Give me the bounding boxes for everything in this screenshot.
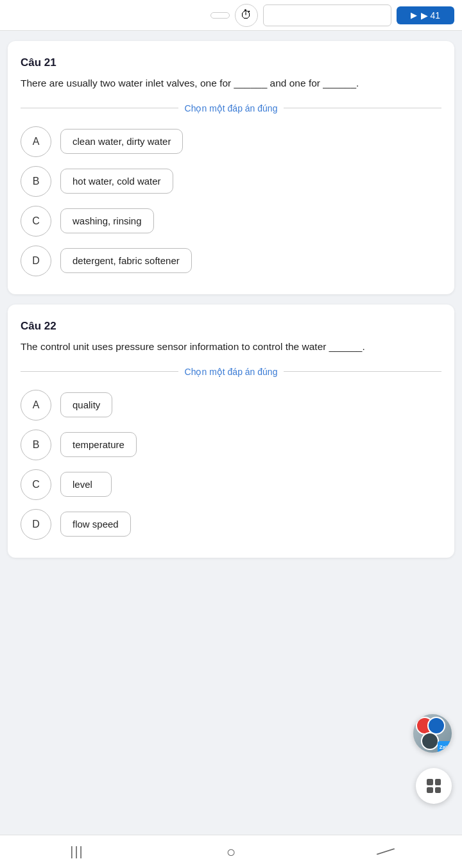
back-icon: ╱ [376, 843, 394, 861]
option-21-B-row: B hot water, cold water [21, 166, 441, 197]
bottom-nav-circle[interactable]: ○ [212, 839, 250, 865]
option-22-B-row: B temperature [21, 430, 441, 460]
question-21-text: There are usually two water inlet valves… [21, 76, 441, 92]
question-21-options: A clean water, dirty water B hot water, … [21, 126, 441, 276]
option-22-D-row: D flow speed [21, 509, 441, 540]
option-22-B-box[interactable]: temperature [60, 432, 137, 457]
question-21-divider: Chọn một đáp án đúng [21, 103, 441, 113]
option-21-D-row: D detergent, fabric softener [21, 246, 441, 276]
question-22-options: A quality B temperature C level D flow s… [21, 390, 441, 540]
top-bar-button[interactable] [210, 12, 230, 19]
option-22-D-box[interactable]: flow speed [60, 512, 131, 537]
grid-icon [427, 779, 441, 793]
bottom-nav-back[interactable]: ╱ [366, 839, 404, 865]
option-21-D-box[interactable]: detergent, fabric softener [60, 248, 192, 273]
option-22-C-circle[interactable]: C [21, 469, 51, 500]
option-21-A-circle[interactable]: A [21, 126, 51, 157]
option-22-B-circle[interactable]: B [21, 430, 51, 460]
option-22-D-circle[interactable]: D [21, 509, 51, 540]
option-22-C-row: C level [21, 469, 441, 500]
question-21-number: Câu 21 [21, 56, 441, 69]
option-22-A-box[interactable]: quality [60, 392, 112, 417]
option-22-A-row: A quality [21, 390, 441, 421]
option-21-B-box[interactable]: hot water, cold water [60, 169, 173, 194]
question-21-card: Câu 21 There are usually two water inlet… [8, 41, 454, 294]
option-22-A-circle[interactable]: A [21, 390, 51, 421]
question-22-divider: Chọn một đáp án đúng [21, 367, 441, 377]
cta-button[interactable]: ▶ ▶ 41 [397, 6, 454, 24]
zalo-float-button[interactable]: Zalo [413, 714, 452, 753]
zalo-avatar: Zalo [413, 714, 452, 753]
circle-icon: ○ [227, 843, 236, 861]
option-21-D-circle[interactable]: D [21, 246, 51, 276]
option-21-A-box[interactable]: clean water, dirty water [60, 129, 183, 154]
cta-label: ▶ 41 [421, 10, 440, 21]
grid-float-button[interactable] [416, 768, 452, 804]
option-21-B-circle[interactable]: B [21, 166, 51, 197]
option-21-C-circle[interactable]: C [21, 206, 51, 237]
timer-icon[interactable]: ⏱ [235, 4, 258, 27]
option-21-C-box[interactable]: washing, rinsing [60, 208, 154, 233]
option-21-C-row: C washing, rinsing [21, 206, 441, 237]
option-21-A-row: A clean water, dirty water [21, 126, 441, 157]
home-icon: ||| [70, 844, 84, 859]
top-bar: ⏱ ▶ ▶ 41 [0, 0, 462, 31]
bottom-nav-home[interactable]: ||| [58, 839, 96, 865]
question-22-number: Câu 22 [21, 320, 441, 333]
question-22-card: Câu 22 The control unit uses pressure se… [8, 305, 454, 558]
question-22-text: The control unit uses pressure sensor in… [21, 339, 441, 355]
option-22-C-box[interactable]: level [60, 472, 112, 497]
bottom-nav: ||| ○ ╱ [0, 835, 462, 868]
